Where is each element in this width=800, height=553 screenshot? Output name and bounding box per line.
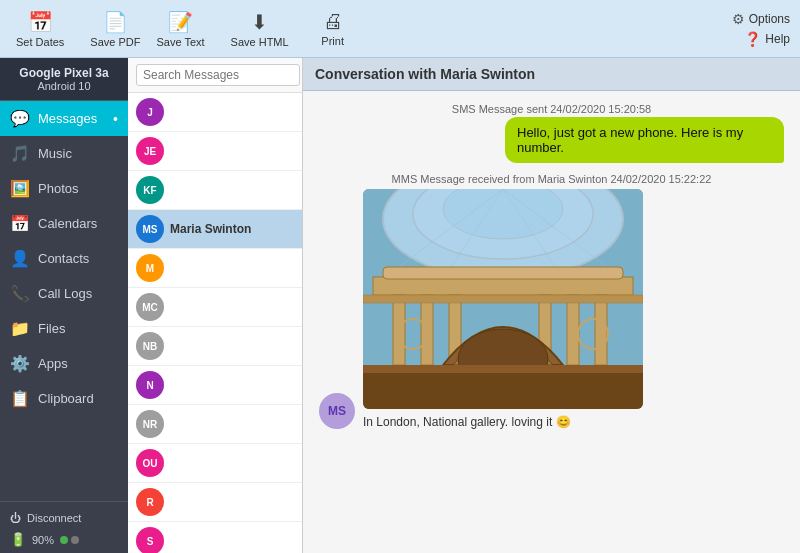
save-text-button[interactable]: 📝 Save Text	[150, 6, 210, 52]
files-icon: 📁	[10, 319, 30, 338]
gear-icon: ⚙	[732, 11, 745, 27]
battery-percentage: 90%	[32, 534, 54, 546]
sidebar-nav: 💬 Messages • 🎵 Music 🖼️ Photos 📅 Calenda…	[0, 101, 128, 501]
sidebar-item-calendars[interactable]: 📅 Calendars	[0, 206, 128, 241]
list-item[interactable]: NB	[128, 327, 302, 366]
avatar: N	[136, 371, 164, 399]
conversation-panel: Conversation with Maria Swinton SMS Mess…	[303, 58, 800, 553]
battery-icon: 🔋	[10, 532, 26, 547]
device-name: Google Pixel 3a	[10, 66, 118, 80]
sidebar-item-label: Apps	[38, 356, 68, 371]
help-icon: ❓	[744, 31, 761, 47]
active-indicator: •	[113, 111, 118, 127]
svg-rect-14	[567, 295, 579, 365]
list-item[interactable]: KF	[128, 171, 302, 210]
device-info: Google Pixel 3a Android 10	[0, 58, 128, 101]
search-input[interactable]	[136, 64, 300, 86]
contacts-icon: 👤	[10, 249, 30, 268]
calendars-icon: 📅	[10, 214, 30, 233]
save-html-button[interactable]: ⬇ Save HTML	[225, 6, 295, 52]
list-item[interactable]: MC	[128, 288, 302, 327]
avatar: JE	[136, 137, 164, 165]
list-item[interactable]: M	[128, 249, 302, 288]
sidebar-item-files[interactable]: 📁 Files	[0, 311, 128, 346]
print-button[interactable]: 🖨 Print	[309, 6, 357, 51]
sent-message-row: Hello, just got a new phone. Here is my …	[319, 117, 784, 163]
sidebar-item-label: Contacts	[38, 251, 89, 266]
text-icon: 📝	[168, 10, 193, 34]
list-item[interactable]: OU	[128, 444, 302, 483]
apps-icon: ⚙️	[10, 354, 30, 373]
received-content: In London, National gallery. loving it 😊	[363, 189, 643, 429]
sidebar-item-messages[interactable]: 💬 Messages •	[0, 101, 128, 136]
avatar: NB	[136, 332, 164, 360]
set-dates-button[interactable]: 📅 Set Dates	[10, 6, 70, 52]
sidebar-item-label: Messages	[38, 111, 97, 126]
mms-section: MMS Message received from Maria Swinton …	[319, 173, 784, 429]
sms-timestamp: SMS Message sent 24/02/2020 15:20:58	[319, 103, 784, 115]
conversation-body: SMS Message sent 24/02/2020 15:20:58 Hel…	[303, 91, 800, 553]
save-group: 📄 Save PDF 📝 Save Text	[84, 6, 210, 52]
search-bar: 🔍	[128, 58, 302, 93]
sidebar-item-label: Calendars	[38, 216, 97, 231]
calendar-icon: 📅	[28, 10, 53, 34]
svg-rect-9	[383, 267, 623, 279]
avatar: NR	[136, 410, 164, 438]
svg-rect-21	[363, 295, 643, 303]
list-item[interactable]: N	[128, 366, 302, 405]
sidebar-item-label: Files	[38, 321, 65, 336]
print-group: 🖨 Print	[309, 6, 357, 51]
battery-row: 🔋 90%	[10, 532, 118, 547]
list-item[interactable]: R	[128, 483, 302, 522]
photos-icon: 🖼️	[10, 179, 30, 198]
contact-name: Maria Swinton	[170, 222, 294, 236]
sidebar-item-contacts[interactable]: 👤 Contacts	[0, 241, 128, 276]
list-item[interactable]: J	[128, 93, 302, 132]
sidebar-item-apps[interactable]: ⚙️ Apps	[0, 346, 128, 381]
avatar: J	[136, 98, 164, 126]
list-item-selected[interactable]: MS Maria Swinton	[128, 210, 302, 249]
svg-rect-18	[363, 365, 643, 373]
sidebar-item-label: Music	[38, 146, 72, 161]
sidebar-item-calllogs[interactable]: 📞 Call Logs	[0, 276, 128, 311]
sidebar-item-photos[interactable]: 🖼️ Photos	[0, 171, 128, 206]
toolbar-right: ⚙ Options ❓ Help	[732, 11, 790, 47]
message-list: J JE KF MS Maria Swinton	[128, 93, 302, 553]
options-button[interactable]: ⚙ Options	[732, 11, 790, 27]
sidebar-footer: ⏻ Disconnect 🔋 90%	[0, 501, 128, 553]
status-dot-gray	[71, 536, 79, 544]
sidebar: Google Pixel 3a Android 10 💬 Messages • …	[0, 58, 128, 553]
disconnect-button[interactable]: ⏻ Disconnect	[10, 508, 118, 528]
avatar: R	[136, 488, 164, 516]
sidebar-item-label: Call Logs	[38, 286, 92, 301]
sms-meta-sent: SMS Message sent 24/02/2020 15:20:58 Hel…	[319, 103, 784, 163]
avatar: M	[136, 254, 164, 282]
list-item[interactable]: S	[128, 522, 302, 553]
disconnect-label: Disconnect	[27, 512, 81, 524]
received-message-row: MS	[319, 189, 784, 429]
download-icon: ⬇	[251, 10, 268, 34]
status-dot-green	[60, 536, 68, 544]
save-html-group: ⬇ Save HTML	[225, 6, 295, 52]
message-list-panel: 🔍 J JE KF MS	[128, 58, 303, 553]
list-item[interactable]: NR	[128, 405, 302, 444]
avatar: S	[136, 527, 164, 553]
conversation-header: Conversation with Maria Swinton	[303, 58, 800, 91]
list-item[interactable]: JE	[128, 132, 302, 171]
sender-avatar: MS	[319, 393, 355, 429]
save-pdf-button[interactable]: 📄 Save PDF	[84, 6, 146, 52]
sidebar-item-clipboard[interactable]: 📋 Clipboard	[0, 381, 128, 416]
toolbar: 📅 Set Dates 📄 Save PDF 📝 Save Text ⬇ Sav…	[0, 0, 800, 58]
music-icon: 🎵	[10, 144, 30, 163]
device-os: Android 10	[10, 80, 118, 92]
sent-bubble: Hello, just got a new phone. Here is my …	[505, 117, 784, 163]
mms-image	[363, 189, 643, 409]
sender-initials: MS	[328, 404, 346, 418]
sidebar-item-label: Clipboard	[38, 391, 94, 406]
sidebar-item-label: Photos	[38, 181, 78, 196]
avatar: OU	[136, 449, 164, 477]
avatar: KF	[136, 176, 164, 204]
avatar: MC	[136, 293, 164, 321]
help-button[interactable]: ❓ Help	[744, 31, 790, 47]
sidebar-item-music[interactable]: 🎵 Music	[0, 136, 128, 171]
